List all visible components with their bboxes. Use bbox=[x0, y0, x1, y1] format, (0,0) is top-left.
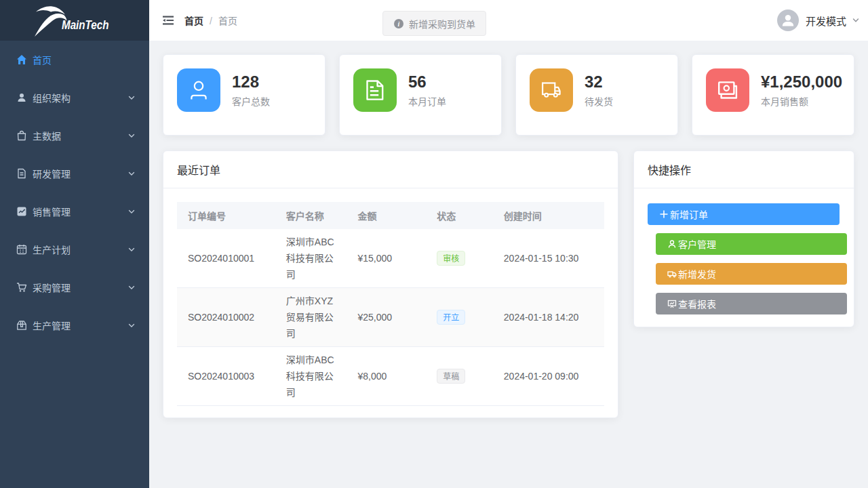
svg-text:i: i bbox=[398, 20, 400, 27]
svg-text:MainTech: MainTech bbox=[62, 18, 108, 32]
